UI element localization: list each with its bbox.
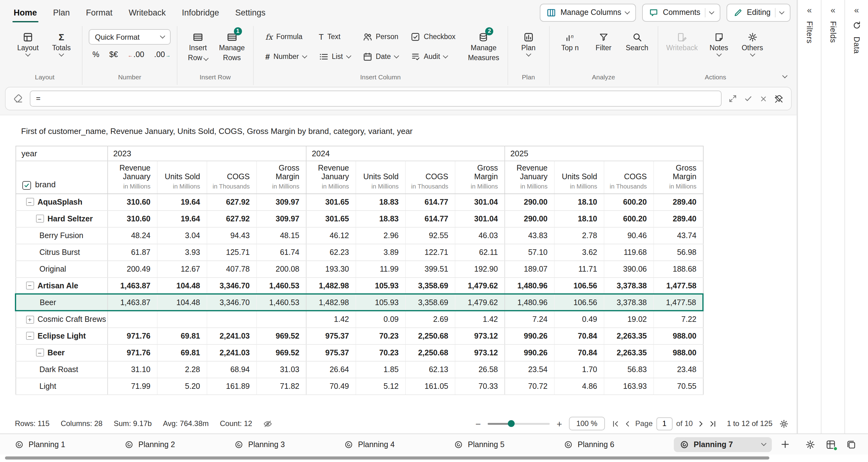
- table-settings-gear-icon[interactable]: [779, 419, 788, 428]
- data-cell[interactable]: 1,460.53: [256, 277, 306, 294]
- data-cell[interactable]: 1,477.58: [653, 277, 703, 294]
- measure-header-gross-margin[interactable]: Gross Marginin Millions: [653, 161, 703, 194]
- top-n-button[interactable]: n Top n: [556, 29, 584, 53]
- data-cell[interactable]: 1.42: [455, 311, 504, 328]
- measure-header-revenue-january[interactable]: Revenue Januaryin Millions: [306, 161, 355, 194]
- zoom-in-button[interactable]: +: [557, 419, 562, 428]
- data-cell[interactable]: 90.46: [604, 227, 653, 244]
- data-cell[interactable]: 200.49: [107, 261, 157, 277]
- data-cell[interactable]: 5.12: [355, 378, 405, 395]
- data-cell[interactable]: 301.04: [455, 194, 504, 210]
- data-cell[interactable]: 26.64: [306, 361, 355, 378]
- row-header-cell[interactable]: Light: [16, 378, 107, 395]
- zoom-out-button[interactable]: −: [475, 419, 481, 428]
- data-cell[interactable]: 106.56: [554, 294, 604, 311]
- scrollbar-thumb[interactable]: [5, 456, 769, 460]
- data-cell[interactable]: 290.00: [504, 210, 554, 227]
- data-cell[interactable]: 390.06: [604, 261, 653, 277]
- data-cell[interactable]: 2.96: [355, 227, 405, 244]
- data-cell[interactable]: 3.89: [355, 244, 405, 261]
- data-cell[interactable]: 289.40: [653, 210, 703, 227]
- data-cell[interactable]: 61.87: [107, 244, 157, 261]
- data-cell[interactable]: 3,378.38: [604, 277, 653, 294]
- export-sheet-icon[interactable]: [826, 439, 836, 449]
- sheet-tab-1[interactable]: Planning 1: [15, 440, 125, 449]
- add-sheet-button[interactable]: [780, 440, 790, 449]
- data-cell[interactable]: [207, 311, 256, 328]
- editing-button[interactable]: Editing: [726, 3, 790, 22]
- row-header-cell[interactable]: Berry Fusion: [16, 227, 107, 244]
- measure-header-units-sold[interactable]: Units Soldin Millions: [554, 161, 604, 194]
- data-cell[interactable]: 301.65: [306, 210, 355, 227]
- next-page-button[interactable]: [696, 420, 705, 428]
- data-cell[interactable]: 0.09: [355, 311, 405, 328]
- data-cell[interactable]: 119.68: [604, 244, 653, 261]
- data-cell[interactable]: 61.74: [256, 244, 306, 261]
- expand-panel-icon[interactable]: «: [831, 6, 835, 14]
- sheet-tab-7[interactable]: Planning 7: [674, 437, 772, 452]
- data-cell[interactable]: 23.48: [653, 361, 703, 378]
- row-header-cell[interactable]: −AquaSplash: [16, 194, 107, 210]
- page-input[interactable]: [656, 417, 673, 430]
- data-cell[interactable]: [256, 311, 306, 328]
- data-cell[interactable]: 1,482.98: [306, 277, 355, 294]
- others-button[interactable]: Others: [738, 29, 767, 60]
- insert-list-button[interactable]: List: [313, 49, 356, 64]
- data-cell[interactable]: 4.86: [554, 378, 604, 395]
- manage-columns-button[interactable]: Manage Columns: [540, 3, 636, 22]
- data-cell[interactable]: 18.10: [554, 210, 604, 227]
- data-cell[interactable]: 161.05: [405, 378, 455, 395]
- table-row-citrus-burst[interactable]: Citrus Burst61.873.93125.7161.7462.233.8…: [16, 244, 703, 261]
- data-cell[interactable]: 3,346.70: [207, 294, 256, 311]
- data-cell[interactable]: 70.72: [504, 378, 554, 395]
- insert-text-button[interactable]: TText: [313, 29, 356, 44]
- data-cell[interactable]: 2,241.03: [207, 328, 256, 344]
- data-cell[interactable]: 70.23: [355, 328, 405, 344]
- data-cell[interactable]: [107, 311, 157, 328]
- menu-item-writeback[interactable]: Writeback: [129, 0, 166, 25]
- data-cell[interactable]: 48.24: [107, 227, 157, 244]
- measure-header-cogs[interactable]: COGSin Thousands: [604, 161, 653, 194]
- data-cell[interactable]: 69.81: [157, 328, 207, 344]
- table-row-dark-roast[interactable]: Dark Roast31.102.2868.9431.0326.641.8562…: [16, 361, 703, 378]
- data-cell[interactable]: 188.68: [653, 261, 703, 277]
- data-cell[interactable]: 71.82: [256, 378, 306, 395]
- data-cell[interactable]: 969.52: [256, 344, 306, 361]
- zoom-slider-thumb[interactable]: [508, 420, 515, 427]
- data-cell[interactable]: 189.07: [504, 261, 554, 277]
- refresh-icon[interactable]: [852, 21, 861, 30]
- data-cell[interactable]: 1,480.96: [504, 277, 554, 294]
- data-cell[interactable]: 1.70: [554, 361, 604, 378]
- notes-button[interactable]: Notes: [705, 29, 733, 60]
- zoom-level[interactable]: 100 %: [569, 417, 605, 430]
- collapse-row-icon[interactable]: −: [26, 198, 34, 206]
- data-cell[interactable]: 31.10: [107, 361, 157, 378]
- data-cell[interactable]: 70.23: [355, 344, 405, 361]
- sheet-tab-3[interactable]: Planning 3: [235, 440, 344, 449]
- data-cell[interactable]: [157, 311, 207, 328]
- sheet-tab-5[interactable]: Planning 5: [454, 440, 564, 449]
- data-cell[interactable]: 2,263.35: [604, 328, 653, 344]
- data-cell[interactable]: 309.97: [256, 194, 306, 210]
- insert-row-button[interactable]: Insert Row: [184, 29, 212, 62]
- settings-gear-icon[interactable]: [805, 439, 815, 449]
- data-cell[interactable]: 104.48: [157, 277, 207, 294]
- table-row-eclipse-light[interactable]: −Eclipse Light971.7669.812,241.03969.529…: [16, 328, 703, 344]
- table-row-aquasplash[interactable]: −AquaSplash310.6019.64627.92309.97301.65…: [16, 194, 703, 210]
- data-cell[interactable]: 990.26: [504, 344, 554, 361]
- data-cell[interactable]: 92.55: [405, 227, 455, 244]
- year-header-2024[interactable]: 2024: [306, 146, 504, 161]
- data-cell[interactable]: 1,482.98: [306, 294, 355, 311]
- unpin-icon[interactable]: [774, 94, 784, 103]
- data-cell[interactable]: 2,250.68: [405, 328, 455, 344]
- data-cell[interactable]: 56.83: [604, 361, 653, 378]
- data-cell[interactable]: 1,480.96: [504, 294, 554, 311]
- collapse-row-icon[interactable]: −: [26, 282, 34, 290]
- data-cell[interactable]: 69.81: [157, 344, 207, 361]
- zoom-slider[interactable]: [488, 423, 550, 425]
- data-cell[interactable]: 600.20: [604, 194, 653, 210]
- insert-formula-button[interactable]: fxFormula: [260, 29, 312, 44]
- data-cell[interactable]: 614.77: [405, 210, 455, 227]
- data-cell[interactable]: 2.28: [157, 361, 207, 378]
- currency-format-button[interactable]: $€: [109, 50, 118, 59]
